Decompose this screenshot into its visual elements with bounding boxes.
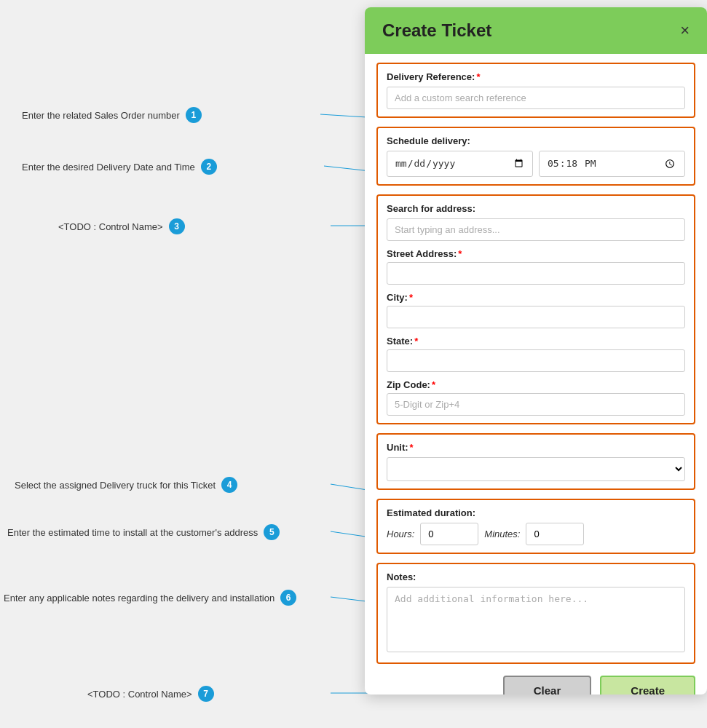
unit-section: Unit:*	[376, 433, 695, 490]
annotation-1: Enter the related Sales Order number 1	[22, 107, 202, 123]
close-button[interactable]: ×	[680, 23, 690, 39]
annotation-4: Select the assigned Delivery truck for t…	[15, 477, 237, 493]
date-input[interactable]	[387, 151, 533, 177]
notes-label: Notes:	[387, 571, 685, 582]
hours-input[interactable]	[420, 523, 478, 545]
street-address-group: Street Address:*	[387, 248, 685, 285]
annotation-5: Enter the estimated time to install at t…	[7, 524, 280, 540]
notes-textarea[interactable]	[387, 587, 685, 652]
notes-section: Notes:	[376, 563, 695, 664]
city-input[interactable]	[387, 306, 685, 328]
minutes-label: Minutes:	[484, 529, 520, 539]
annotation-6: Enter any applicable notes regarding the…	[4, 590, 296, 606]
zip-code-group: Zip Code:*	[387, 379, 685, 416]
unit-label: Unit:*	[387, 442, 685, 453]
street-address-input[interactable]	[387, 262, 685, 285]
state-label: State:*	[387, 336, 685, 347]
create-ticket-modal: Create Ticket × Delivery Reference:* Sch…	[365, 7, 707, 695]
search-address-input[interactable]	[387, 218, 685, 241]
modal-title: Create Ticket	[382, 20, 491, 41]
button-row: Clear Create	[376, 676, 695, 695]
time-input[interactable]	[539, 151, 685, 177]
datetime-row	[387, 151, 685, 177]
annotation-2: Enter the desired Delivery Date and Time…	[22, 159, 217, 175]
search-address-label: Search for address:	[387, 203, 685, 214]
street-address-label: Street Address:*	[387, 248, 685, 259]
city-label: City:*	[387, 292, 685, 303]
modal-header: Create Ticket ×	[365, 7, 707, 54]
clear-button[interactable]: Clear	[503, 676, 592, 695]
annotation-7: <TODO : Control Name> 7	[87, 686, 214, 702]
state-group: State:*	[387, 336, 685, 372]
delivery-reference-section: Delivery Reference:*	[376, 63, 695, 118]
create-button[interactable]: Create	[600, 676, 695, 695]
modal-body: Delivery Reference:* Schedule delivery: …	[365, 54, 707, 695]
minutes-input[interactable]	[526, 523, 584, 545]
schedule-delivery-section: Schedule delivery:	[376, 127, 695, 186]
city-group: City:*	[387, 292, 685, 328]
estimated-duration-section: Estimated duration: Hours: Minutes:	[376, 499, 695, 554]
unit-select[interactable]	[387, 457, 685, 481]
zip-code-label: Zip Code:*	[387, 379, 685, 390]
zip-code-input[interactable]	[387, 393, 685, 416]
delivery-reference-label: Delivery Reference:*	[387, 71, 685, 82]
estimated-duration-label: Estimated duration:	[387, 507, 685, 518]
hours-label: Hours:	[387, 529, 414, 539]
schedule-delivery-label: Schedule delivery:	[387, 135, 685, 146]
state-input[interactable]	[387, 349, 685, 372]
delivery-reference-input[interactable]	[387, 87, 685, 109]
address-section: Search for address: Street Address:* Cit…	[376, 194, 695, 424]
duration-row: Hours: Minutes:	[387, 523, 685, 545]
annotation-3: <TODO : Control Name> 3	[58, 218, 185, 234]
